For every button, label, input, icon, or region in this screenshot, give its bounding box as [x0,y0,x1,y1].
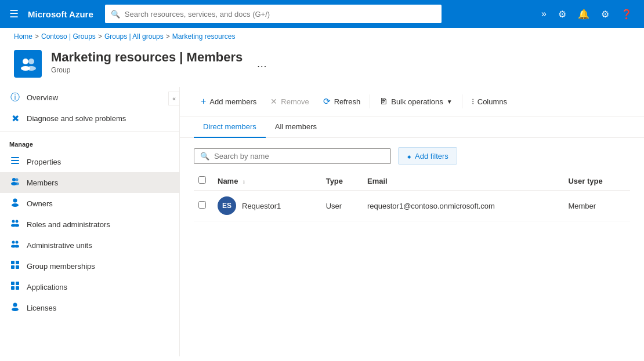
svg-point-1 [28,59,34,64]
breadcrumb-sep-2: > [98,32,102,41]
add-icon: + [201,96,206,107]
filter-bar: 🔍 ⬥ Add filters [180,138,644,172]
svg-point-29 [13,303,17,307]
row-checkbox[interactable] [198,201,206,209]
add-members-button[interactable]: + Add members [194,93,263,110]
page-title: Marketing resources | Members [51,50,243,65]
sidebar-label-diagnose: Diagnose and solve problems [27,114,126,123]
sidebar-item-properties[interactable]: Properties [0,151,179,172]
svg-point-8 [16,178,19,181]
sidebar-item-roles[interactable]: Roles and administrators [0,214,179,235]
search-icon: 🔍 [200,152,209,161]
sidebar-item-licenses[interactable]: Licenses [0,297,179,318]
sidebar-item-overview[interactable]: ⓘ Overview [0,87,179,108]
sidebar-item-diagnose[interactable]: ✖ Diagnose and solve problems [0,108,179,129]
svg-rect-25 [11,282,15,285]
row-name: Requestor1 [242,202,281,210]
svg-point-3 [27,66,36,71]
help-icon[interactable]: ❓ [616,4,637,24]
svg-rect-23 [11,265,15,269]
notifications-icon[interactable]: 🔔 [573,4,594,24]
members-table-wrap: Name ↕ Type Email User type [180,172,644,221]
sidebar-label-group-memberships: Group memberships [27,262,95,271]
svg-point-11 [13,199,17,203]
breadcrumb-current: Marketing resources [172,32,236,41]
breadcrumb-sep-3: > [166,32,170,41]
search-by-name-input[interactable] [214,152,385,161]
tab-direct-members[interactable]: Direct members [194,116,266,138]
group-memberships-icon [9,260,21,272]
sidebar-label-owners: Owners [27,199,53,208]
sidebar: « ⓘ Overview ✖ Diagnose and solve proble… [0,87,180,356]
add-filters-label: Add filters [415,152,448,161]
add-filters-button[interactable]: ⬥ Add filters [398,147,457,165]
svg-point-14 [16,220,19,223]
breadcrumb-home[interactable]: Home [14,32,32,41]
toolbar-separator-2 [462,94,462,108]
select-all-checkbox[interactable] [198,176,206,184]
svg-point-7 [12,178,16,181]
remove-button[interactable]: ✕ Remove [263,93,316,110]
table-header-type: Type [321,172,363,191]
table-row[interactable]: ES Requestor1 User requestor1@contoso.on… [194,191,630,221]
breadcrumb-sep-1: > [35,32,39,41]
hamburger-menu[interactable]: ☰ [7,5,21,23]
wrench-icon: ✖ [9,113,21,124]
applications-icon [9,281,21,293]
svg-point-16 [15,224,19,227]
bulk-operations-button[interactable]: 🖹 Bulk operations ▼ [372,93,460,110]
sidebar-item-group-memberships[interactable]: Group memberships [0,256,179,276]
licenses-icon [9,302,21,313]
svg-rect-5 [11,160,19,161]
columns-icon: ⁝ [472,97,474,106]
table-header-name[interactable]: Name ↕ [213,172,321,191]
global-search-input[interactable] [125,10,436,19]
svg-rect-27 [11,286,15,290]
sidebar-label-applications: Applications [27,283,67,291]
sidebar-item-members[interactable]: Members [0,172,179,193]
row-email-cell: requestor1@contoso.onmicrosoft.com [363,191,563,221]
svg-rect-26 [16,282,19,285]
more-options-button[interactable]: … [254,56,269,72]
breadcrumb-all-groups[interactable]: Groups | All groups [104,32,164,41]
portal-settings-icon[interactable]: ⚙ [553,4,571,24]
columns-button[interactable]: ⁝ Columns [465,93,514,110]
remove-icon: ✕ [270,97,277,106]
nav-icons-group: » ⚙ 🔔 ⚙ ❓ [537,4,637,24]
breadcrumb-contoso-groups[interactable]: Contoso | Groups [41,32,96,41]
row-name-cell: ES Requestor1 [213,191,321,221]
roles-icon [9,218,21,230]
group-icon [14,50,42,78]
row-user-type-cell: Member [563,191,630,221]
sidebar-label-licenses: Licenses [27,304,56,312]
members-icon [9,177,21,188]
tab-all-members[interactable]: All members [266,116,326,138]
page-header-text: Marketing resources | Members Group [51,50,243,74]
refresh-button[interactable]: ⟳ Refresh [316,93,368,110]
sidebar-item-owners[interactable]: Owners [0,193,179,214]
svg-point-17 [12,241,15,244]
sidebar-item-applications[interactable]: Applications [0,276,179,297]
sidebar-label-members: Members [27,178,58,187]
info-icon: ⓘ [9,92,21,104]
sort-icon: ↕ [243,178,245,185]
global-search-bar[interactable]: 🔍 [105,5,442,23]
bulk-ops-icon: 🖹 [379,97,388,106]
cloud-shell-icon[interactable]: » [537,4,551,24]
svg-rect-22 [16,261,19,264]
search-input-wrap[interactable]: 🔍 [194,148,391,164]
owners-icon [9,198,21,209]
members-table: Name ↕ Type Email User type [194,172,630,221]
table-header-user-type: User type [563,172,630,191]
admin-units-icon [9,239,21,251]
svg-point-20 [15,245,19,248]
table-header-email: Email [363,172,563,191]
toolbar-separator-1 [370,94,370,108]
settings-icon[interactable]: ⚙ [596,4,614,24]
sidebar-collapse-button[interactable]: « [168,92,180,105]
breadcrumb: Home > Contoso | Groups > Groups | All g… [0,28,644,45]
svg-rect-28 [16,286,19,290]
main-layout: « ⓘ Overview ✖ Diagnose and solve proble… [0,87,644,356]
sidebar-item-admin-units[interactable]: Administrative units [0,235,179,256]
svg-point-12 [12,203,19,207]
